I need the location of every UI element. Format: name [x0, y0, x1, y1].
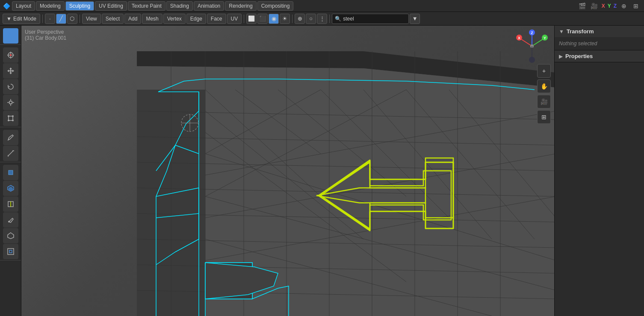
proportional-edit[interactable]: ○	[306, 14, 316, 24]
svg-point-3	[10, 54, 12, 56]
svg-text:Y: Y	[544, 36, 546, 40]
svg-rect-18	[9, 170, 13, 175]
sep4	[292, 15, 292, 23]
topbar-texture-tab[interactable]: Texture Paint	[128, 1, 165, 11]
select-tool[interactable]	[3, 28, 18, 44]
topbar-shading-tab[interactable]: Shading	[166, 1, 193, 11]
svg-point-82	[529, 57, 535, 63]
edit-tools	[0, 129, 21, 162]
transform-gizmo[interactable]: ⊕	[295, 14, 305, 24]
scale-tool[interactable]	[3, 95, 18, 110]
viewport[interactable]: User Perspective (31) Car Body.001 Z Y X	[21, 26, 554, 316]
window-controls[interactable]: ⊞	[631, 1, 641, 11]
transform-section: ▼ Transform Nothing selected	[555, 26, 644, 50]
properties-title: Properties	[565, 53, 593, 59]
mode-dropdown[interactable]: ▼ Edit Mode	[3, 14, 40, 24]
transform-header[interactable]: ▼ Transform	[555, 26, 644, 37]
loop-cut-tool[interactable]	[3, 196, 18, 212]
search-icon: 🔍	[335, 16, 341, 22]
rendered-shading[interactable]: ☀	[280, 14, 290, 24]
grid-btn[interactable]: ⊞	[537, 110, 551, 124]
svg-line-78	[520, 38, 532, 46]
mode-icon: ▼	[6, 16, 12, 22]
svg-rect-9	[9, 116, 13, 120]
axes-z: Z	[614, 3, 617, 9]
properties-section: ▶ Properties	[555, 50, 644, 62]
face-menu[interactable]: Face	[207, 14, 226, 24]
solid-shading[interactable]: ⬛	[257, 14, 268, 24]
annotate-tool[interactable]	[3, 130, 18, 145]
pan-btn[interactable]: ✋	[537, 79, 551, 93]
select-menu[interactable]: Select	[102, 14, 124, 24]
material-shading[interactable]: ◉	[269, 14, 279, 24]
edge-select-mode[interactable]: ╱	[56, 14, 66, 24]
extrude-tool[interactable]	[3, 181, 18, 196]
wireframe-shading[interactable]: ⬜	[246, 14, 257, 24]
axes-y: Y	[608, 3, 611, 9]
vertex-select-mode[interactable]: ·	[45, 14, 55, 24]
svg-point-13	[12, 120, 14, 121]
topbar: 🔷 Layout Modeling Sculpting UV Editing T…	[0, 0, 644, 12]
topbar-layout-tab[interactable]: Layout	[12, 1, 35, 11]
svg-point-10	[8, 115, 9, 117]
mesh-menu[interactable]: Mesh	[142, 14, 162, 24]
sep1	[42, 15, 43, 23]
svg-point-11	[12, 115, 14, 117]
svg-rect-26	[9, 250, 12, 253]
svg-point-23	[8, 221, 10, 222]
topbar-rendering-tab[interactable]: Rendering	[225, 1, 256, 11]
snap-toggle[interactable]: ⋮	[317, 14, 327, 24]
search-dropdown[interactable]: ▼	[410, 14, 420, 24]
vertex-menu[interactable]: Vertex	[163, 14, 186, 24]
svg-line-15	[8, 151, 13, 156]
camera-btn[interactable]: 🎥	[537, 95, 551, 108]
zoom-in-btn[interactable]: +	[537, 64, 551, 78]
viewport-overlay-tools: + ✋ 🎥 ⊞	[537, 64, 551, 124]
knife-tool[interactable]	[3, 212, 18, 228]
view-menu[interactable]: View	[82, 14, 101, 24]
topbar-sculpting-tab[interactable]: Sculpting	[65, 1, 94, 11]
add-menu[interactable]: Add	[124, 14, 141, 24]
add-primitive-tool[interactable]	[3, 165, 18, 180]
svg-text:Z: Z	[531, 31, 533, 35]
uv-menu[interactable]: UV	[227, 14, 242, 24]
search-input[interactable]	[343, 16, 406, 22]
mesh-tools	[0, 164, 21, 260]
topbar-left: 🔷 Layout Modeling Sculpting UV Editing T…	[0, 1, 295, 11]
search-box[interactable]: 🔍	[332, 14, 409, 24]
selection-tools	[0, 27, 21, 45]
topbar-uv-tab[interactable]: UV Editing	[95, 1, 127, 11]
transform-collapse-icon: ▼	[559, 29, 564, 35]
svg-line-75	[532, 38, 544, 46]
move-tool[interactable]	[3, 63, 18, 79]
svg-rect-4	[9, 101, 12, 104]
transform-tool[interactable]	[3, 111, 18, 126]
cursor-tool[interactable]	[3, 47, 18, 63]
blender-logo[interactable]: 🔷	[2, 1, 11, 11]
bevel-tool[interactable]	[3, 228, 18, 243]
topbar-modeling-tab[interactable]: Modeling	[36, 1, 65, 11]
right-panel: ▼ Transform Nothing selected ▶ Propertie…	[554, 26, 644, 316]
rotate-tool[interactable]	[3, 79, 18, 94]
sep2	[80, 15, 80, 23]
face-select-mode[interactable]: ⬡	[67, 14, 77, 24]
properties-header[interactable]: ▶ Properties	[555, 50, 644, 62]
render-icon[interactable]: 🎥	[590, 1, 599, 11]
axes-x: X	[602, 3, 605, 9]
topbar-compositing-tab[interactable]: Compositing	[257, 1, 294, 11]
sep5	[329, 15, 330, 23]
orientation-gizmo[interactable]: Z Y X	[515, 29, 549, 63]
left-sidebar	[0, 26, 21, 316]
svg-line-14	[12, 135, 13, 136]
mesh-overlay	[21, 26, 554, 316]
nothing-selected-label: Nothing selected	[559, 41, 597, 47]
global-orientation[interactable]: ⊕	[619, 1, 629, 11]
header-toolbar: ▼ Edit Mode · ╱ ⬡ View Select Add Mesh V…	[0, 12, 644, 26]
edge-menu[interactable]: Edge	[186, 14, 206, 24]
topbar-animation-tab[interactable]: Animation	[194, 1, 224, 11]
inset-tool[interactable]	[3, 244, 18, 259]
transform-tools	[0, 47, 21, 127]
measure-tool[interactable]	[3, 146, 18, 161]
scene-icon[interactable]: 🎬	[578, 1, 587, 11]
transform-content: Nothing selected	[555, 37, 644, 50]
